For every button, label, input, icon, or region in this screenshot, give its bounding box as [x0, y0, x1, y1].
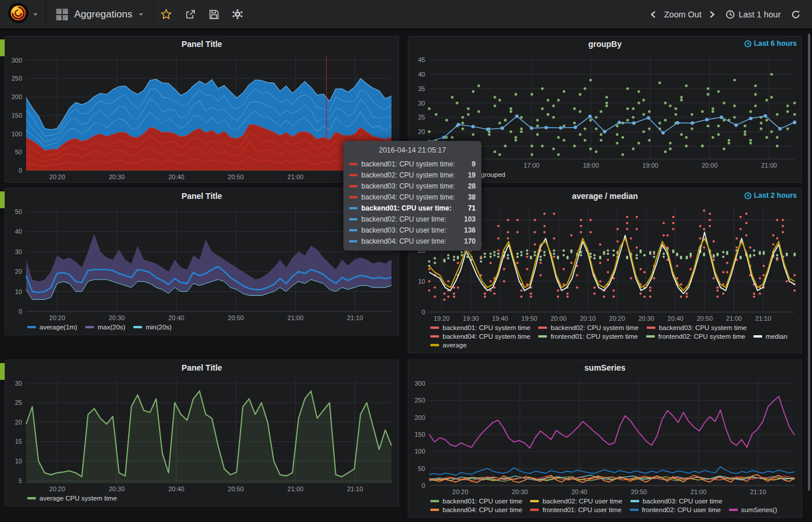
svg-text:20:20: 20:20 [49, 314, 66, 321]
chevron-right-icon [709, 10, 716, 19]
svg-text:40: 40 [418, 71, 425, 78]
legend-item[interactable]: frontend02: CPU user time [630, 506, 721, 513]
svg-text:40: 40 [15, 228, 22, 235]
panel-title[interactable]: groupBy Last 6 hours [408, 37, 802, 51]
legend-item[interactable]: frontend01: CPU user time [530, 506, 621, 513]
svg-text:20:50: 20:50 [697, 315, 713, 322]
tooltip-series-row: backend04: CPU user time:170 [349, 235, 476, 246]
legend-item[interactable]: backend03: CPU user time [630, 498, 722, 505]
svg-text:30: 30 [15, 380, 22, 387]
svg-text:20:20: 20:20 [452, 488, 469, 495]
graph-canvas[interactable]: 20:2020:3020:4020:5021:0021:100501001502… [408, 375, 802, 497]
refresh-icon [791, 10, 800, 19]
legend-item[interactable]: backend02: CPU system time [538, 324, 638, 331]
svg-text:20:20: 20:20 [49, 485, 66, 492]
svg-text:18:00: 18:00 [583, 162, 599, 169]
legend-item[interactable]: min(20s) [133, 324, 172, 331]
svg-text:20:50: 20:50 [228, 485, 244, 492]
save-icon [209, 9, 219, 20]
legend-item[interactable]: median [753, 333, 788, 340]
tooltip-series-row: backend01: CPU user time:71 [349, 202, 476, 213]
svg-text:15: 15 [15, 438, 22, 445]
dashboard-picker[interactable]: Aggregations [46, 0, 154, 28]
legend-item[interactable]: backend02: CPU user time [530, 498, 622, 505]
legend-item[interactable]: backend04: CPU user time [430, 506, 522, 513]
legend-item[interactable]: sumSeries() [729, 506, 777, 513]
svg-text:30: 30 [418, 100, 425, 107]
svg-text:21:10: 21:10 [347, 314, 363, 321]
graph-canvas[interactable]: 20:2020:3020:4020:5021:0021:100501001502… [5, 51, 398, 182]
svg-text:35: 35 [418, 85, 425, 92]
time-override-badge: Last 6 hours [744, 39, 797, 48]
legend-item[interactable]: average(1m) [27, 324, 77, 331]
svg-text:20:40: 20:40 [168, 314, 184, 321]
svg-text:19:20: 19:20 [434, 315, 450, 322]
svg-text:20:50: 20:50 [228, 314, 244, 321]
svg-text:200: 200 [415, 414, 425, 421]
svg-text:21:00: 21:00 [288, 485, 304, 492]
dashboard-title: Aggregations [74, 9, 132, 20]
panel-title[interactable]: sumSeries [408, 360, 802, 375]
svg-text:200: 200 [12, 93, 22, 100]
legend-item[interactable]: backend03: CPU system time [647, 324, 746, 331]
legend-item[interactable]: backend04: CPU system time [430, 333, 530, 340]
svg-text:20:00: 20:00 [550, 315, 567, 322]
panel-top-left: Panel Title 20:2020:3020:4020:5021:0021:… [5, 36, 399, 183]
panel-title[interactable]: Panel Title [5, 188, 398, 203]
svg-text:50: 50 [15, 208, 22, 215]
legend-item[interactable]: backend01: CPU system time [430, 324, 530, 331]
time-shift-back-button[interactable] [646, 6, 661, 23]
zoom-out-button[interactable]: Zoom Out [661, 10, 705, 19]
legend-item[interactable]: frontend01: CPU system time [538, 333, 637, 340]
svg-text:21:00: 21:00 [288, 173, 304, 180]
svg-text:20:40: 20:40 [571, 488, 588, 495]
svg-text:19:30: 19:30 [463, 315, 479, 322]
svg-text:21:00: 21:00 [726, 315, 742, 322]
time-override-badge: Last 2 hours [744, 191, 797, 200]
refresh-button[interactable] [786, 0, 805, 30]
graph-legend: backend01: CPU system timebackend02: CPU… [408, 324, 802, 353]
time-shift-forward-button[interactable] [705, 6, 720, 23]
legend-item[interactable]: max(20s) [85, 324, 125, 331]
clock-icon [744, 40, 752, 48]
panel-title[interactable]: Panel Title [5, 360, 398, 375]
svg-text:17:00: 17:00 [524, 162, 540, 169]
settings-button[interactable] [226, 0, 249, 30]
svg-text:20:20: 20:20 [49, 173, 66, 180]
legend-item[interactable]: frontend02: CPU system time [646, 333, 745, 340]
star-button[interactable] [154, 0, 178, 30]
grafana-logo-menu[interactable] [0, 0, 46, 28]
svg-text:20:40: 20:40 [668, 315, 684, 322]
time-range-picker[interactable]: Last 1 hour [720, 10, 786, 19]
save-button[interactable] [202, 0, 226, 30]
legend-item[interactable]: average [430, 342, 467, 349]
svg-text:20:40: 20:40 [168, 173, 184, 180]
grafana-logo-icon [8, 2, 29, 26]
top-navbar: Aggregations Zoom Out [0, 0, 812, 30]
svg-text:20:30: 20:30 [638, 315, 654, 322]
svg-text:20:10: 20:10 [580, 315, 596, 322]
graph-canvas[interactable]: 20:2020:3020:4020:5021:0021:100102030405… [5, 203, 398, 323]
panel-sumseries: sumSeries 20:2020:3020:4020:5021:0021:10… [408, 360, 802, 518]
graph-canvas[interactable]: 20:2020:3020:4020:5021:0021:105101520253… [5, 375, 398, 494]
svg-text:150: 150 [415, 431, 425, 438]
svg-text:5: 5 [19, 477, 22, 484]
legend-item[interactable]: backend01: CPU user time [430, 498, 522, 505]
svg-text:20:20: 20:20 [609, 315, 625, 322]
svg-text:19:50: 19:50 [521, 315, 538, 322]
page-scrollbar[interactable] [808, 34, 810, 491]
svg-text:45: 45 [418, 56, 425, 63]
svg-text:21:10: 21:10 [347, 485, 363, 492]
svg-text:20:00: 20:00 [702, 162, 718, 169]
svg-text:10: 10 [15, 288, 22, 295]
share-button[interactable] [178, 0, 202, 30]
legend-item[interactable]: average CPU system time [27, 495, 117, 502]
svg-text:0: 0 [19, 167, 22, 174]
svg-text:21:00: 21:00 [691, 488, 707, 495]
caret-down-icon [139, 13, 143, 16]
svg-text:21:10: 21:10 [755, 315, 771, 322]
svg-text:25: 25 [15, 399, 22, 406]
svg-text:150: 150 [12, 112, 22, 119]
svg-text:19:40: 19:40 [492, 315, 508, 322]
panel-title[interactable]: Panel Title [5, 37, 398, 51]
